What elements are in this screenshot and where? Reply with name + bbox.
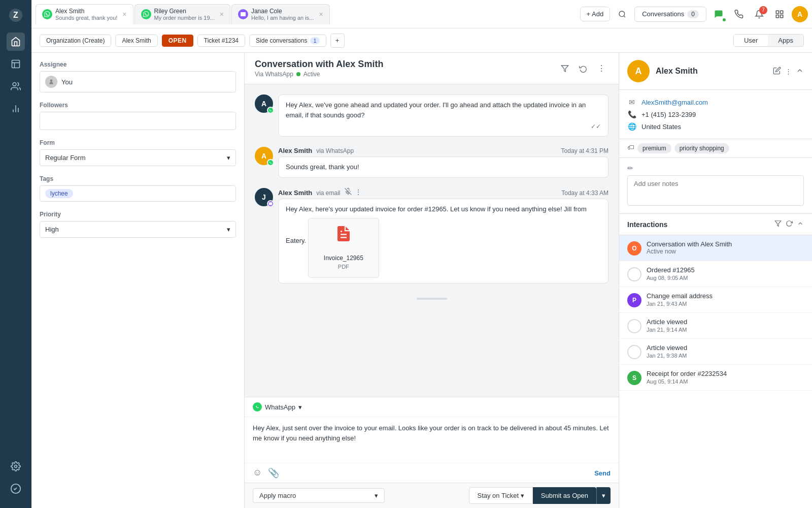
interaction-icon-3: P xyxy=(627,293,641,307)
interactions-filter-icon[interactable] xyxy=(774,220,782,229)
macro-select[interactable]: Apply macro ▾ xyxy=(253,488,385,503)
nav-home[interactable] xyxy=(7,33,25,51)
filter-icon[interactable] xyxy=(558,61,572,76)
stay-on-ticket-button[interactable]: Stay on Ticket ▾ xyxy=(469,487,533,504)
app-logo: Z xyxy=(7,6,25,24)
tab-close-alex[interactable]: × xyxy=(122,10,126,18)
msg-more-icon[interactable]: ⋮ xyxy=(355,188,362,196)
assignee-section: Assignee You xyxy=(40,61,236,92)
submit-as-open-button[interactable]: Submit as Open xyxy=(533,487,596,504)
whatsapp-channel-icon xyxy=(253,402,262,411)
attachment-type: PDF xyxy=(338,263,349,271)
add-button[interactable]: + Add xyxy=(580,7,611,21)
scroll-bar xyxy=(417,298,447,300)
notifications-icon[interactable]: 7 xyxy=(751,6,767,22)
send-button[interactable]: Send xyxy=(594,469,611,477)
svg-point-11 xyxy=(619,11,625,17)
breadcrumb-org[interactable]: Organization (Create) xyxy=(40,35,111,47)
followers-box[interactable] xyxy=(40,112,236,130)
notes-edit-icon: ✏ xyxy=(627,164,633,172)
search-icon[interactable] xyxy=(614,6,630,22)
collapse-icon[interactable] xyxy=(796,67,804,76)
nav-reports[interactable] xyxy=(7,100,25,118)
reply-header: WhatsApp ▾ xyxy=(245,397,619,417)
macro-chevron: ▾ xyxy=(375,492,378,499)
interaction-content-4: Article viewed Jan 21, 9:14 AM xyxy=(647,318,804,333)
tab-user[interactable]: User xyxy=(734,35,768,46)
customer-name: Alex Smith xyxy=(656,67,698,76)
interaction-time-2: Aug 08, 9:05 AM xyxy=(647,275,804,281)
interactions-refresh-icon[interactable] xyxy=(786,220,793,229)
nav-users[interactable] xyxy=(7,77,25,96)
reply-input[interactable]: Hey Alex, just sent over the invoice to … xyxy=(245,417,619,463)
channel-selector[interactable]: WhatsApp ▾ xyxy=(253,402,302,411)
interactions-title: Interactions xyxy=(627,220,667,229)
interaction-item-1[interactable]: O Conversation with Alex Smith Active no… xyxy=(619,235,812,261)
tag-lychee: lychee xyxy=(45,189,73,198)
breadcrumb-ticket[interactable]: Ticket #1234 xyxy=(197,35,245,47)
more-options-icon[interactable]: ⋮ xyxy=(594,61,608,76)
interaction-item-3[interactable]: P Change email address Jan 21, 9:43 AM xyxy=(619,287,812,313)
side-conversations-button[interactable]: Side conversations 1 xyxy=(249,35,326,47)
alex-avatar-container-2: J xyxy=(255,188,273,206)
message-1-content: Hey Alex, we've gone ahead and updated y… xyxy=(278,94,608,137)
add-side-conv-button[interactable]: + xyxy=(330,34,345,48)
submit-dropdown-button[interactable]: ▾ xyxy=(596,487,611,504)
interactions-collapse-icon[interactable] xyxy=(797,220,804,229)
breadcrumb-user[interactable]: Alex Smith xyxy=(115,35,157,47)
nav-tickets[interactable] xyxy=(7,55,25,73)
interaction-item-2[interactable]: Ordered #12965 Aug 08, 9:05 AM xyxy=(619,261,812,287)
interaction-icon-6: S xyxy=(627,371,641,385)
interaction-title-3: Change email address xyxy=(647,292,804,300)
tab-riley-green[interactable]: Riley Green My order number is 19... × xyxy=(134,4,230,24)
customer-email[interactable]: AlexSmith@gmail.com xyxy=(641,99,708,106)
conversation-header: Conversation with Alex Smith Via WhatsAp… xyxy=(245,53,619,84)
sidebar-nav: Z xyxy=(0,0,31,508)
user-avatar[interactable]: A xyxy=(792,6,808,22)
tab-janae-cole[interactable]: Janae Cole Hello, I am having an is... × xyxy=(231,4,330,24)
interaction-subtitle-1: Active now xyxy=(647,248,804,255)
interaction-item-4[interactable]: Article viewed Jan 21, 9:14 AM xyxy=(619,313,812,339)
chat-icon[interactable] xyxy=(710,6,727,22)
right-tab-group: User Apps xyxy=(733,34,804,47)
tab-close-janae[interactable]: × xyxy=(319,10,323,18)
assignee-avatar xyxy=(45,76,57,88)
tab-close-riley[interactable]: × xyxy=(220,10,224,18)
phone-info-icon: 📞 xyxy=(627,110,636,118)
message-tick: ✓✓ xyxy=(286,122,601,131)
priority-select[interactable]: High ▾ xyxy=(40,221,236,238)
nav-settings[interactable] xyxy=(7,457,25,475)
side-conv-count: 1 xyxy=(310,37,319,44)
mute-icon[interactable] xyxy=(345,188,352,197)
nav-zendesk[interactable] xyxy=(7,480,25,498)
svg-marker-23 xyxy=(775,221,781,227)
customer-info: ✉ AlexSmith@gmail.com 📞 +1 (415) 123-239… xyxy=(619,90,812,139)
tab-alex-smith[interactable]: Alex Smith Sounds great, thank you! × xyxy=(36,4,133,24)
emoji-icon[interactable]: ☺ xyxy=(253,467,262,479)
interaction-title-2: Ordered #12965 xyxy=(647,266,804,274)
tags-box[interactable]: lychee xyxy=(40,185,236,202)
customer-tags-section: 🏷 premium priority shopping xyxy=(619,139,812,158)
assignee-box[interactable]: You xyxy=(40,71,236,92)
tab-apps[interactable]: Apps xyxy=(768,35,803,46)
macro-bar: Apply macro ▾ Stay on Ticket ▾ Submit as… xyxy=(245,483,619,508)
conversations-button[interactable]: Conversations 0 xyxy=(634,7,706,22)
phone-icon[interactable] xyxy=(731,6,747,22)
customer-more-icon[interactable]: ⋮ xyxy=(785,68,792,75)
active-status-dot xyxy=(296,72,300,76)
tab-name-alex: Alex Smith xyxy=(55,8,117,15)
customer-tag-priority: priority shopping xyxy=(674,143,729,153)
edit-icon[interactable] xyxy=(773,67,781,76)
tab-name-riley: Riley Green xyxy=(154,8,215,15)
tab-whatsapp-icon-alex xyxy=(42,9,52,19)
attachment-invoice[interactable]: Invoice_12965 PDF xyxy=(308,218,379,278)
interaction-item-6[interactable]: S Receipt for order #2232534 Aug 05, 9:1… xyxy=(619,365,812,391)
grid-icon[interactable] xyxy=(771,6,788,22)
msg-3-sender: Alex Smith xyxy=(278,189,312,197)
interaction-item-5[interactable]: Article viewed Jan 21, 9:38 AM xyxy=(619,339,812,365)
attach-icon[interactable]: 📎 xyxy=(268,467,279,479)
form-select[interactable]: Regular Form ▾ xyxy=(40,149,236,166)
tags-section: Tags lychee xyxy=(40,175,236,202)
user-notes-input[interactable] xyxy=(627,175,804,206)
history-icon[interactable] xyxy=(576,61,590,76)
